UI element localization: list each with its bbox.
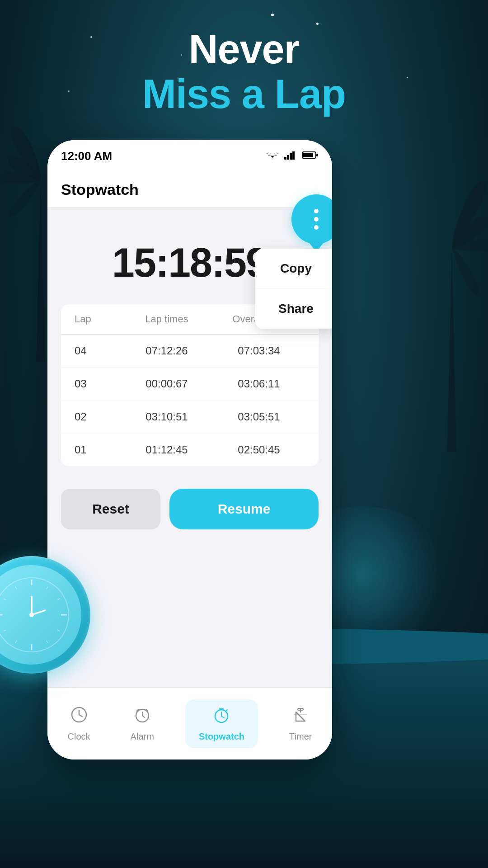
overall-time: 03:06:11 bbox=[213, 377, 305, 390]
nav-item-stopwatch[interactable]: Stopwatch bbox=[185, 699, 258, 748]
timer-digits: 15:18:59 bbox=[112, 240, 267, 285]
headline-section: Never Miss a Lap bbox=[0, 27, 488, 117]
star bbox=[271, 14, 274, 16]
svg-line-29 bbox=[57, 599, 60, 600]
clock-label: Clock bbox=[68, 731, 90, 742]
svg-line-28 bbox=[47, 587, 48, 589]
overall-time: 07:03:34 bbox=[213, 344, 305, 357]
lap-number: 04 bbox=[75, 344, 121, 357]
signal-icon bbox=[284, 151, 297, 161]
svg-rect-5 bbox=[303, 153, 313, 157]
lap-time: 01:12:45 bbox=[121, 443, 213, 456]
stopwatch-label: Stopwatch bbox=[199, 731, 244, 742]
app-header: Stopwatch bbox=[47, 172, 332, 208]
copy-button[interactable]: Copy bbox=[255, 249, 332, 289]
star bbox=[316, 23, 319, 25]
lap-number: 02 bbox=[75, 410, 121, 423]
svg-line-33 bbox=[4, 630, 6, 631]
status-icons bbox=[266, 151, 319, 161]
svg-point-27 bbox=[29, 613, 34, 617]
lap-row: 04 07:12:26 07:03:34 bbox=[61, 335, 319, 368]
clock-icon bbox=[70, 706, 88, 728]
alarm-icon bbox=[133, 706, 151, 728]
nav-item-timer[interactable]: Timer bbox=[280, 701, 321, 746]
lap-time: 00:00:67 bbox=[121, 377, 213, 390]
svg-point-20 bbox=[0, 578, 69, 652]
status-bar: 12:00 AM bbox=[47, 140, 332, 172]
svg-line-12 bbox=[142, 716, 145, 717]
svg-rect-6 bbox=[316, 154, 318, 156]
svg-line-18 bbox=[226, 710, 227, 711]
nav-item-alarm[interactable]: Alarm bbox=[122, 701, 163, 746]
lap-number: 03 bbox=[75, 377, 121, 390]
svg-rect-2 bbox=[290, 153, 292, 160]
bottom-nav: Clock Alarm bbox=[47, 687, 332, 760]
svg-rect-1 bbox=[287, 155, 289, 160]
col-header-lap: Lap bbox=[75, 313, 121, 325]
overall-time: 02:50:45 bbox=[213, 443, 305, 456]
lap-number: 01 bbox=[75, 443, 121, 456]
svg-line-34 bbox=[4, 599, 6, 600]
stopwatch-icon bbox=[212, 706, 230, 728]
clock-face-svg bbox=[0, 574, 72, 656]
col-header-lap-times: Lap times bbox=[121, 313, 213, 325]
palm-right bbox=[330, 136, 488, 452]
dropdown-menu: Copy Share bbox=[255, 249, 332, 329]
buttons-area: Reset Resume bbox=[61, 480, 319, 538]
svg-line-35 bbox=[15, 587, 17, 589]
app-title: Stopwatch bbox=[61, 181, 139, 198]
reset-button[interactable]: Reset bbox=[61, 489, 160, 529]
timer-label: Timer bbox=[289, 731, 312, 742]
overall-time: 03:05:51 bbox=[213, 410, 305, 423]
svg-rect-3 bbox=[292, 151, 295, 160]
alarm-label: Alarm bbox=[131, 731, 154, 742]
svg-line-32 bbox=[15, 641, 17, 643]
svg-line-31 bbox=[47, 641, 48, 643]
svg-rect-0 bbox=[284, 157, 286, 160]
headline-miss: Miss a Lap bbox=[0, 72, 488, 117]
lap-row: 01 01:12:45 02:50:45 bbox=[61, 434, 319, 466]
lap-row: 03 00:00:67 03:06:11 bbox=[61, 368, 319, 401]
status-time: 12:00 AM bbox=[61, 149, 112, 163]
svg-line-9 bbox=[79, 715, 82, 717]
svg-line-15 bbox=[221, 716, 224, 718]
lap-time: 07:12:26 bbox=[121, 344, 213, 357]
clock-decoration bbox=[0, 556, 90, 674]
wifi-icon bbox=[266, 151, 279, 161]
lap-time: 03:10:51 bbox=[121, 410, 213, 423]
headline-never: Never bbox=[0, 27, 488, 72]
svg-line-30 bbox=[57, 630, 60, 631]
nav-item-clock[interactable]: Clock bbox=[59, 701, 99, 746]
lap-row: 02 03:10:51 03:05:51 bbox=[61, 401, 319, 434]
battery-icon bbox=[302, 151, 319, 161]
three-dots-icon bbox=[314, 209, 319, 230]
timer-icon bbox=[291, 706, 310, 728]
share-button[interactable]: Share bbox=[255, 289, 332, 329]
resume-button[interactable]: Resume bbox=[169, 489, 319, 529]
